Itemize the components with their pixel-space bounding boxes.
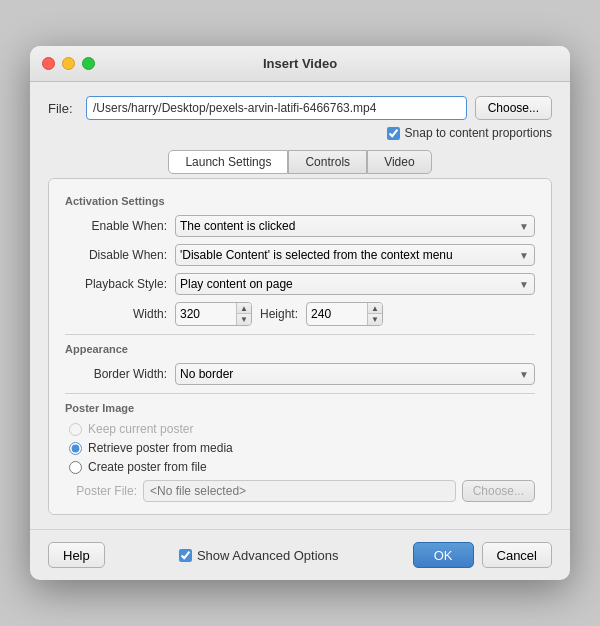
activation-section-label: Activation Settings (65, 195, 535, 207)
border-width-select[interactable]: No border (175, 363, 535, 385)
poster-file-label: Poster File: (65, 484, 137, 498)
width-down-button[interactable]: ▼ (237, 314, 251, 325)
enable-when-row: Enable When: The content is clicked ▼ (65, 215, 535, 237)
retrieve-poster-label: Retrieve poster from media (88, 441, 233, 455)
main-content: File: Choose... Snap to content proporti… (30, 82, 570, 529)
enable-when-select[interactable]: The content is clicked (175, 215, 535, 237)
width-label: Width: (65, 307, 175, 321)
playback-style-select-wrapper: Play content on page ▼ (175, 273, 535, 295)
border-width-label: Border Width: (65, 367, 175, 381)
width-stepper: ▲ ▼ (236, 303, 251, 325)
appearance-section-label: Appearance (65, 343, 535, 355)
cancel-button[interactable]: Cancel (482, 542, 552, 568)
tabs-container: Launch Settings Controls Video (48, 150, 552, 174)
playback-style-label: Playback Style: (65, 277, 175, 291)
ok-button[interactable]: OK (413, 542, 474, 568)
footer-right: OK Cancel (413, 542, 552, 568)
height-label: Height: (260, 307, 298, 321)
poster-choose-button[interactable]: Choose... (462, 480, 535, 502)
show-advanced-checkbox[interactable] (179, 549, 192, 562)
snap-row: Snap to content proportions (48, 126, 552, 140)
height-down-button[interactable]: ▼ (368, 314, 382, 325)
window-title: Insert Video (263, 56, 337, 71)
poster-section-label: Poster Image (65, 402, 535, 414)
maximize-button[interactable] (82, 57, 95, 70)
height-up-button[interactable]: ▲ (368, 303, 382, 314)
playback-style-row: Playback Style: Play content on page ▼ (65, 273, 535, 295)
minimize-button[interactable] (62, 57, 75, 70)
keep-poster-radio[interactable] (69, 423, 82, 436)
width-up-button[interactable]: ▲ (237, 303, 251, 314)
keep-poster-label: Keep current poster (88, 422, 193, 436)
retrieve-poster-row: Retrieve poster from media (65, 441, 535, 455)
snap-label: Snap to content proportions (405, 126, 552, 140)
divider-2 (65, 393, 535, 394)
tab-launch-settings[interactable]: Launch Settings (168, 150, 288, 174)
create-poster-radio[interactable] (69, 461, 82, 474)
wh-input-group: ▲ ▼ Height: ▲ ▼ (175, 302, 383, 326)
keep-poster-row: Keep current poster (65, 422, 535, 436)
border-width-select-wrapper: No border ▼ (175, 363, 535, 385)
titlebar: Insert Video (30, 46, 570, 82)
width-height-row: Width: ▲ ▼ Height: ▲ ▼ (65, 302, 535, 326)
snap-checkbox[interactable] (387, 127, 400, 140)
retrieve-poster-radio[interactable] (69, 442, 82, 455)
enable-when-select-wrapper: The content is clicked ▼ (175, 215, 535, 237)
footer-center: Show Advanced Options (179, 548, 339, 563)
width-input[interactable] (176, 303, 236, 325)
create-poster-row: Create poster from file (65, 460, 535, 474)
disable-when-row: Disable When: 'Disable Content' is selec… (65, 244, 535, 266)
help-button[interactable]: Help (48, 542, 105, 568)
show-advanced-label: Show Advanced Options (197, 548, 339, 563)
height-field: ▲ ▼ (306, 302, 383, 326)
settings-panel: Activation Settings Enable When: The con… (48, 178, 552, 515)
height-stepper: ▲ ▼ (367, 303, 382, 325)
main-window: Insert Video File: Choose... Snap to con… (30, 46, 570, 580)
divider-1 (65, 334, 535, 335)
poster-file-row: Poster File: Choose... (65, 480, 535, 502)
tab-video[interactable]: Video (367, 150, 431, 174)
file-row: File: Choose... (48, 96, 552, 120)
border-width-row: Border Width: No border ▼ (65, 363, 535, 385)
traffic-lights (42, 57, 95, 70)
footer: Help Show Advanced Options OK Cancel (30, 529, 570, 580)
poster-section: Poster Image Keep current poster Retriev… (65, 402, 535, 502)
file-label: File: (48, 101, 78, 116)
width-field: ▲ ▼ (175, 302, 252, 326)
choose-button[interactable]: Choose... (475, 96, 552, 120)
enable-when-label: Enable When: (65, 219, 175, 233)
tab-controls[interactable]: Controls (288, 150, 367, 174)
playback-style-select[interactable]: Play content on page (175, 273, 535, 295)
close-button[interactable] (42, 57, 55, 70)
poster-file-input[interactable] (143, 480, 456, 502)
height-input[interactable] (307, 303, 367, 325)
disable-when-label: Disable When: (65, 248, 175, 262)
create-poster-label: Create poster from file (88, 460, 207, 474)
file-input[interactable] (86, 96, 467, 120)
disable-when-select[interactable]: 'Disable Content' is selected from the c… (175, 244, 535, 266)
disable-when-select-wrapper: 'Disable Content' is selected from the c… (175, 244, 535, 266)
